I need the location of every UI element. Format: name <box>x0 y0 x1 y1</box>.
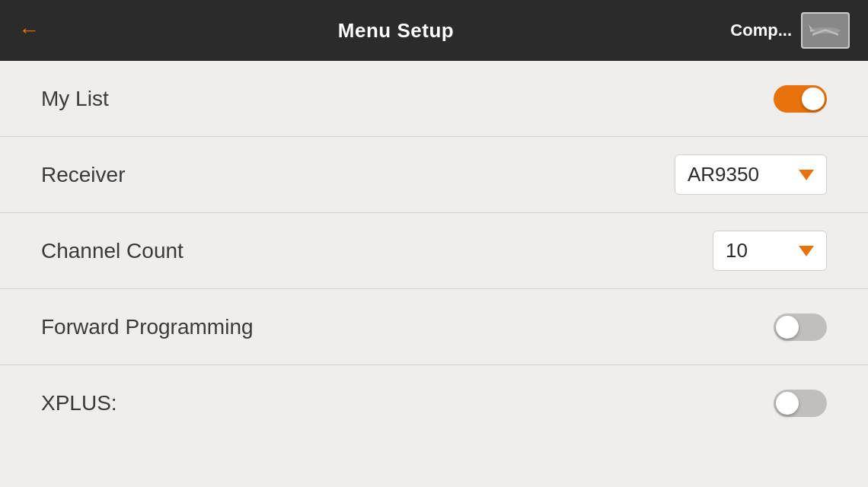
my-list-toggle[interactable] <box>774 85 827 113</box>
airplane-icon <box>806 17 844 44</box>
xplus-row: XPLUS: <box>0 365 868 441</box>
channel-count-dropdown[interactable]: 10 <box>713 231 827 271</box>
my-list-label: My List <box>41 87 109 111</box>
xplus-label: XPLUS: <box>41 391 117 415</box>
my-list-row: My List <box>0 61 868 137</box>
channel-count-value: 10 <box>726 239 790 263</box>
channel-count-label: Channel Count <box>41 239 183 263</box>
back-arrow-icon: ← <box>18 18 40 43</box>
channel-count-dropdown-arrow-icon <box>799 246 814 256</box>
xplus-toggle[interactable] <box>774 390 827 417</box>
settings-content: My List Receiver AR9350 Channel Count 10… <box>0 61 868 441</box>
receiver-value: AR9350 <box>688 163 790 186</box>
comp-label: Comp... <box>730 21 792 40</box>
forward-programming-row: Forward Programming <box>0 289 868 365</box>
receiver-label: Receiver <box>41 163 125 187</box>
receiver-dropdown[interactable]: AR9350 <box>675 154 827 195</box>
svg-marker-4 <box>809 24 812 29</box>
channel-count-row: Channel Count 10 <box>0 213 868 289</box>
header: ← Menu Setup Comp... <box>0 0 868 61</box>
header-right: Comp... <box>728 12 850 49</box>
forward-programming-label: Forward Programming <box>41 315 254 339</box>
back-button[interactable]: ← <box>18 18 64 43</box>
forward-programming-toggle[interactable] <box>774 314 827 341</box>
receiver-row: Receiver AR9350 <box>0 137 868 213</box>
receiver-dropdown-arrow-icon <box>799 170 814 180</box>
thumbnail <box>801 12 850 49</box>
page-title: Menu Setup <box>64 19 728 43</box>
